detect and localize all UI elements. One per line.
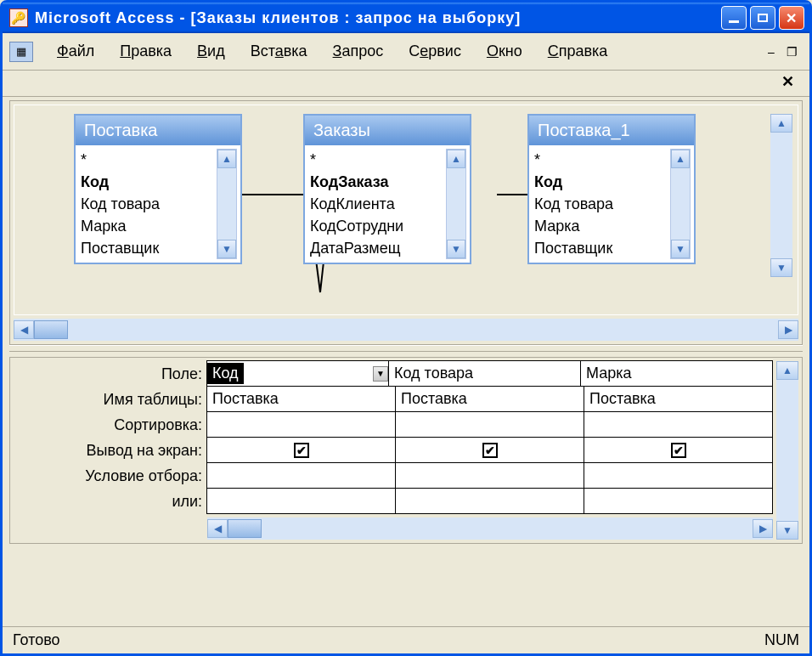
menu-service[interactable]: Сервис <box>400 39 470 64</box>
field-cell[interactable]: Марка <box>580 360 773 387</box>
scroll-down-icon[interactable]: ▼ <box>776 521 798 540</box>
menu-edit[interactable]: Правка <box>111 39 180 64</box>
scroll-thumb[interactable] <box>34 320 68 339</box>
scroll-left-icon[interactable]: ◀ <box>207 519 228 538</box>
status-ready: Готово <box>13 631 60 649</box>
criteria-cell[interactable] <box>206 462 396 489</box>
statusbar: Готово NUM <box>3 626 809 653</box>
status-num: NUM <box>764 631 799 649</box>
or-cell[interactable] <box>395 488 584 514</box>
table-header[interactable]: Поставка_1 <box>529 116 694 145</box>
diagram-panel: Поставка * Код Код товара Марка Поставщи… <box>9 100 803 345</box>
splitter[interactable] <box>9 345 803 352</box>
menu-file[interactable]: Файл <box>48 39 103 64</box>
app-window: 🔑 Microsoft Access - [Заказы клиентов : … <box>0 0 812 656</box>
scroll-right-icon[interactable]: ▶ <box>753 519 773 538</box>
or-cell[interactable] <box>584 488 773 514</box>
menu-query[interactable]: Запрос <box>324 39 392 64</box>
show-checkbox[interactable]: ✔ <box>294 443 309 458</box>
scroll-up-icon[interactable]: ▲ <box>776 361 798 380</box>
table-header[interactable]: Поставка <box>76 116 240 145</box>
mdi-restore-button[interactable]: ❐ <box>784 45 799 59</box>
scroll-up-icon[interactable]: ▲ <box>770 114 792 133</box>
row-label-show: Вывод на экран: <box>14 438 207 463</box>
criteria-cell[interactable] <box>395 462 584 489</box>
field-cell[interactable]: Код ▼ <box>206 360 389 387</box>
field-scrollbar[interactable]: ▲ ▼ <box>217 149 237 259</box>
grid-hscrollbar[interactable]: ◀ ▶ <box>207 517 773 540</box>
menu-view[interactable]: Вид <box>189 39 234 64</box>
sort-cell[interactable] <box>395 411 584 438</box>
show-cell[interactable]: ✔ <box>584 437 773 463</box>
field-scrollbar[interactable]: ▲ ▼ <box>446 149 466 259</box>
form-icon: ▦ <box>9 42 33 62</box>
table-box-zakazy[interactable]: Заказы * КодЗаказа КодКлиента КодСотрудн… <box>303 114 471 264</box>
criteria-cell[interactable] <box>584 462 773 489</box>
or-cell[interactable] <box>206 488 396 514</box>
field-cell[interactable]: Код товара <box>388 360 581 387</box>
sort-cell[interactable] <box>584 411 773 438</box>
sort-cell[interactable] <box>206 411 396 438</box>
field-list[interactable]: * Код Код товара Марка Поставщик <box>81 149 208 259</box>
scroll-thumb[interactable] <box>228 519 262 538</box>
field-list[interactable]: * КодЗаказа КодКлиента КодСотрудни ДатаР… <box>310 149 437 259</box>
menu-window[interactable]: Окно <box>478 39 531 64</box>
diagram-vscrollbar[interactable]: ▲ ▼ <box>770 114 792 277</box>
scroll-down-icon[interactable]: ▼ <box>447 240 465 258</box>
app-icon: 🔑 <box>9 8 28 27</box>
scroll-left-icon[interactable]: ◀ <box>14 320 34 339</box>
scroll-down-icon[interactable]: ▼ <box>217 240 236 258</box>
inner-close-button[interactable]: ✕ <box>776 72 799 91</box>
dropdown-icon[interactable]: ▼ <box>373 366 388 382</box>
scroll-down-icon[interactable]: ▼ <box>770 258 792 277</box>
row-label-sort: Сортировка: <box>14 412 207 438</box>
table-cell[interactable]: Поставка <box>584 386 773 412</box>
query-grid: Поле: Код ▼ Код товара Марка Имя таблицы… <box>9 357 803 544</box>
titlebar[interactable]: 🔑 Microsoft Access - [Заказы клиентов : … <box>3 3 809 33</box>
menu-help[interactable]: Справка <box>539 39 617 64</box>
scroll-right-icon[interactable]: ▶ <box>778 320 798 339</box>
diagram-area[interactable]: Поставка * Код Код товара Марка Поставщи… <box>14 105 798 315</box>
diagram-hscrollbar[interactable]: ◀ ▶ <box>14 319 798 341</box>
row-label-or: или: <box>14 489 207 514</box>
menubar: ▦ Файл Правка Вид Вставка Запрос Сервис … <box>3 33 809 71</box>
scroll-up-icon[interactable]: ▲ <box>447 150 465 168</box>
show-cell[interactable]: ✔ <box>395 437 584 463</box>
field-scrollbar[interactable]: ▲ ▼ <box>670 149 691 259</box>
table-box-postavka-1[interactable]: Поставка_1 * Код Код товара Марка Постав… <box>527 114 696 264</box>
menu-insert[interactable]: Вставка <box>242 39 316 64</box>
table-header[interactable]: Заказы <box>305 116 470 145</box>
minimize-button[interactable] <box>721 6 747 30</box>
scroll-down-icon[interactable]: ▼ <box>671 240 690 258</box>
mdi-minimize-button[interactable]: – <box>764 45 779 59</box>
show-checkbox[interactable]: ✔ <box>482 443 498 458</box>
grid-vscrollbar[interactable]: ▲ ▼ <box>776 361 798 540</box>
row-label-field: Поле: <box>14 361 207 387</box>
table-cell[interactable]: Поставка <box>395 386 584 412</box>
show-cell[interactable]: ✔ <box>206 437 396 463</box>
titlebar-text: Microsoft Access - [Заказы клиентов : за… <box>35 9 721 27</box>
table-box-postavka[interactable]: Поставка * Код Код товара Марка Поставщи… <box>74 114 242 264</box>
field-list[interactable]: * Код Код товара Марка Поставщик <box>534 149 662 259</box>
table-cell[interactable]: Поставка <box>206 386 396 412</box>
maximize-button[interactable] <box>750 6 775 30</box>
close-button[interactable]: ✕ <box>779 6 804 30</box>
row-label-criteria: Условие отбора: <box>14 463 207 489</box>
row-label-table: Имя таблицы: <box>14 387 207 412</box>
scroll-up-icon[interactable]: ▲ <box>217 150 236 168</box>
show-checkbox[interactable]: ✔ <box>671 443 686 458</box>
scroll-up-icon[interactable]: ▲ <box>671 150 690 168</box>
